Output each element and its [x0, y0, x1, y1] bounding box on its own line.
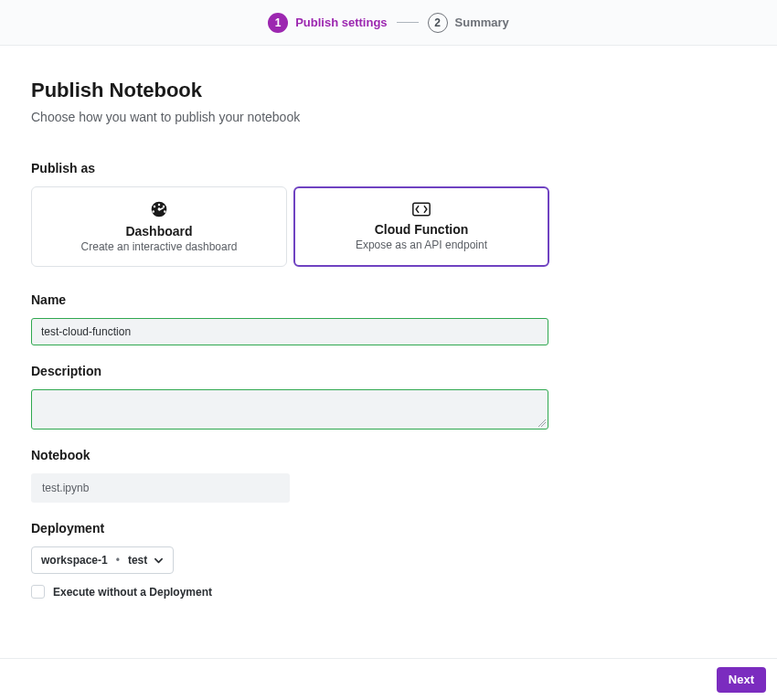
next-button[interactable]: Next	[717, 667, 766, 693]
main-content: Publish Notebook Choose how you want to …	[0, 46, 777, 599]
publish-as-label: Publish as	[31, 161, 746, 175]
step-number-1: 1	[268, 13, 288, 33]
deployment-select[interactable]: workspace-1 • test	[31, 546, 174, 574]
deployment-env: test	[128, 554, 147, 567]
stepper: 1 Publish settings 2 Summary	[0, 0, 777, 46]
page-subtitle: Choose how you want to publish your note…	[31, 110, 746, 124]
execute-without-deployment-checkbox[interactable]	[31, 585, 45, 599]
name-input[interactable]	[31, 318, 548, 345]
deployment-workspace: workspace-1	[41, 554, 108, 567]
card-dashboard-desc: Create an interactive dashboard	[81, 240, 238, 253]
step-publish-settings[interactable]: 1 Publish settings	[268, 13, 387, 33]
step-number-2: 2	[428, 13, 448, 33]
card-dashboard[interactable]: Dashboard Create an interactive dashboar…	[31, 186, 287, 267]
publish-as-cards: Dashboard Create an interactive dashboar…	[31, 186, 746, 267]
step-label-1: Publish settings	[295, 16, 387, 29]
notebook-value: test.ipynb	[31, 473, 290, 503]
name-label: Name	[31, 292, 746, 307]
gauge-icon	[150, 200, 168, 218]
description-input[interactable]	[31, 389, 548, 430]
dot-separator: •	[116, 554, 120, 567]
card-cloud-function-desc: Expose as an API endpoint	[356, 239, 487, 251]
card-dashboard-title: Dashboard	[125, 224, 192, 239]
step-label-2: Summary	[455, 16, 509, 29]
description-label: Description	[31, 364, 746, 378]
footer: Next	[0, 658, 777, 700]
execute-without-deployment-row[interactable]: Execute without a Deployment	[31, 585, 746, 599]
deployment-label: Deployment	[31, 521, 746, 536]
step-divider	[397, 22, 419, 23]
card-cloud-function[interactable]: Cloud Function Expose as an API endpoint	[293, 186, 549, 267]
chevron-down-icon	[153, 555, 164, 566]
execute-without-deployment-label: Execute without a Deployment	[53, 586, 212, 599]
page-title: Publish Notebook	[31, 79, 746, 102]
notebook-label: Notebook	[31, 448, 746, 462]
code-icon	[412, 202, 431, 217]
step-summary[interactable]: 2 Summary	[428, 13, 509, 33]
card-cloud-function-title: Cloud Function	[375, 222, 469, 237]
